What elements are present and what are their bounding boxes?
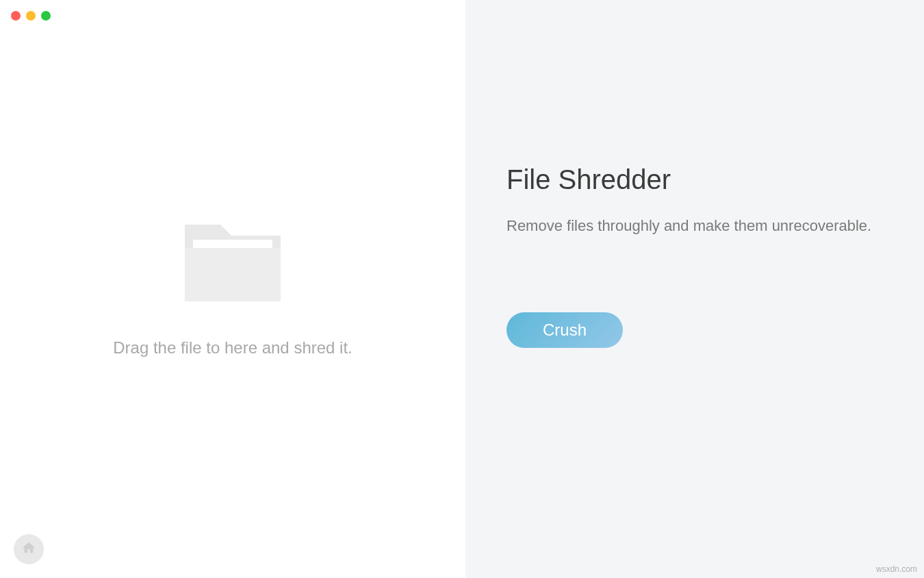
- folder-icon: [178, 212, 287, 311]
- page-title: File Shredder: [506, 164, 883, 195]
- left-pane: Drag the file to here and shred it.: [0, 0, 465, 578]
- file-dropzone[interactable]: Drag the file to here and shred it.: [113, 212, 352, 357]
- minimize-button[interactable]: [26, 11, 36, 21]
- home-button[interactable]: [14, 534, 44, 564]
- dropzone-label: Drag the file to here and shred it.: [113, 338, 352, 357]
- traffic-lights: [11, 11, 51, 21]
- app-window: Drag the file to here and shred it. File…: [0, 0, 924, 578]
- close-button[interactable]: [11, 11, 21, 21]
- right-pane: File Shredder Remove files throughly and…: [465, 0, 924, 578]
- watermark: wsxdn.com: [876, 564, 917, 574]
- home-icon: [21, 540, 36, 558]
- crush-button[interactable]: Crush: [506, 312, 623, 348]
- page-subtitle: Remove files throughly and make them unr…: [506, 216, 883, 237]
- crush-button-label: Crush: [543, 321, 587, 340]
- maximize-button[interactable]: [41, 11, 51, 21]
